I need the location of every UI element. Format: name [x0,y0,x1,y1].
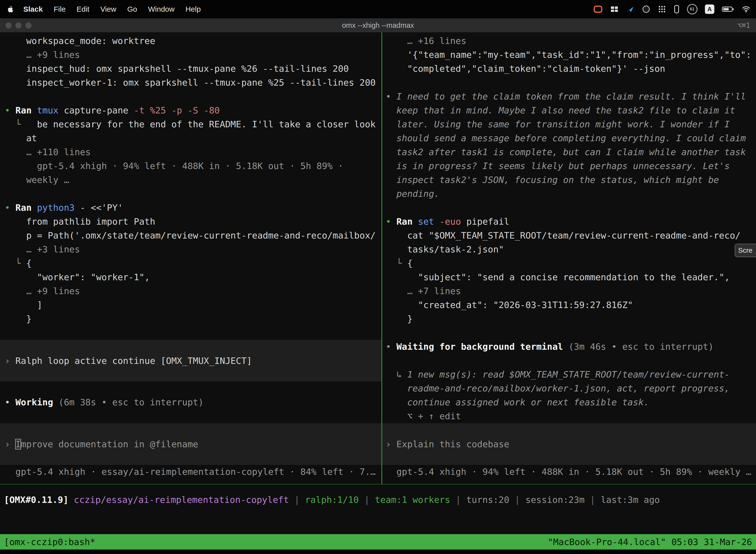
zoom-button[interactable] [25,22,32,29]
terminal-line: … +110 lines [0,145,381,159]
terminal-line: inspect_hud: omx sparkshell --tmux-pane … [0,62,381,76]
terminal-line: "completed","claim_token":"claim-token"}… [382,62,756,76]
terminal-line: • Ran set -euo pipefail [382,215,756,229]
terminal-line: └ { [0,257,381,270]
terminal-line: continue assigned work or next feasible … [382,395,756,409]
terminal-line: workspace_mode: worktree [0,34,381,48]
terminal-line: [OMX#0.11.9] cczip/essay/ai-reimplementa… [0,493,756,507]
wifi-icon[interactable] [742,6,751,13]
terminal-line: ↳ 1 new msg(s): read $OMX_TEAM_STATE_ROO… [382,368,756,382]
window-title: omx --xhigh --madmax [342,21,414,30]
window-shortcut: ⌥⌘1 [737,21,750,30]
terminal-line: … +9 lines [0,284,381,298]
terminal-blank-line [0,90,381,104]
menu-item-edit[interactable]: Edit [71,5,95,13]
tmux-host-clock-label: "MacBook-Pro-44.local" 05:03 31-Mar-26 [548,537,752,547]
terminal-blank-line [382,201,756,215]
close-button[interactable] [5,22,12,29]
battery-icon[interactable] [722,6,734,12]
terminal-blank-line [0,187,381,201]
terminal-line: gpt-5.4 xhigh · 94% left · 488K in · 5.1… [382,465,756,479]
terminal-blank-line [382,354,756,368]
terminal-line: └ be necessary for the end of the README… [0,117,381,131]
terminal-line: "created_at": "2026-03-31T11:59:27.816Z" [382,298,756,312]
terminal-blank-line [382,326,756,340]
menu-item-view[interactable]: View [95,5,122,13]
terminal-line: cat "$OMX_TEAM_STATE_ROOT/team/review-cu… [382,229,756,242]
window-controls [0,22,32,29]
terminal-line: inspect_worker-1: omx sparkshell --tmux-… [0,76,381,90]
terminal-line: '{"team_name":"my-team","task_id":"1","f… [382,48,756,62]
apple-icon [7,5,14,13]
menu-item-help[interactable]: Help [180,5,206,13]
menu-item-window[interactable]: Window [143,5,180,13]
terminal-line: • Working (6m 38s • esc to interrupt) [0,395,381,409]
terminal-line: • Ran tmux capture-pane -t %25 -p -S -80 [0,104,381,117]
terminal-blank-line [0,326,381,340]
terminal-line: tasks/task-2.json" [382,242,756,257]
tmux-status-bar: [omx-cczip0:bash* "MacBook-Pro-44.local"… [0,534,756,550]
terminal-line: p = Path('.omx/state/team/review-current… [0,229,381,242]
terminal-line: is in progress? It seems likely but perh… [382,159,756,173]
omx-status-line: [OMX#0.11.9] cczip/essay/ai-reimplementa… [0,493,756,507]
menu-app-name[interactable]: Slack [18,5,48,13]
prompt-band[interactable]: › Explain this codebase [382,423,756,465]
blue-app-icon[interactable] [626,5,634,13]
terminal-blank-line [0,382,381,395]
terminal-line: • Waiting for background terminal (3m 46… [382,340,756,354]
battery-percent-icon[interactable]: 61 [687,4,697,14]
pane-bottom-border [0,484,756,485]
window-title-bar[interactable]: omx --xhigh --madmax ⌥⌘1 [0,18,756,32]
terminal-line: … +3 lines [0,242,381,257]
terminal-line: keep that in mind. Maybe I also need the… [382,104,756,117]
prompt-band[interactable]: › Ralph loop active continue [OMX_TMUX_I… [0,340,381,382]
terminal-line: at [0,131,381,145]
input-source-icon[interactable]: A [705,4,714,14]
window-grid-icon[interactable] [610,5,619,13]
terminal-line: } [382,312,756,326]
terminal-line: └ { [382,257,756,270]
terminal-line: later. Using the same for transition mig… [382,117,756,131]
terminal-line: weekly … [0,173,381,187]
menu-bar-status-icons: 61 A [593,4,756,14]
terminal-line: gpt-5.4 xhigh · 94% left · 488K in · 5.1… [0,159,381,173]
apple-menu[interactable] [7,5,14,13]
screen-record-stop-icon[interactable] [593,5,603,13]
terminal-line: … +16 lines [382,34,756,48]
terminal-line: from pathlib import Path [0,215,381,229]
terminal-line: pending. [382,187,756,201]
tmux-pane-left[interactable]: workspace_mode: worktree … +9 lines insp… [0,34,381,479]
terminal-line: task2 after task1 is complete, but can I… [382,145,756,159]
terminal-line: "subject": "send a concise recommendatio… [382,270,756,284]
terminal-blank-line [382,76,756,90]
terminal-line: … +9 lines [0,48,381,62]
terminal-line: gpt-5.4 xhigh · essay/ai-reimplementatio… [0,465,381,479]
terminal-line: ⌥ + ↑ edit [382,409,756,423]
tmux-session-label[interactable]: [omx-cczip0:bash* [4,537,95,547]
terminal-line: • I need to get the claim token from the… [382,90,756,104]
screen-share-overlay-label: Scre [738,246,753,255]
terminal-line: } [0,312,381,326]
device-icon[interactable] [674,5,680,14]
macos-menu-bar: Slack File Edit View Go Window Help 61 A [0,0,756,18]
dots-grid-icon[interactable] [658,5,666,13]
terminal-line: • Ran python3 - <<'PY' [0,201,381,215]
tmux-pane-right[interactable]: … +16 lines '{"team_name":"my-team","tas… [382,34,756,479]
menu-item-go[interactable]: Go [122,5,143,13]
screen-share-overlay[interactable]: Scre [735,244,756,257]
dark-app-icon[interactable] [642,5,650,13]
terminal-line: should send a message before completing … [382,131,756,145]
terminal-line: inspect task2's JSON, focusing on the st… [382,173,756,187]
terminal-line: ] [0,298,381,312]
minimize-button[interactable] [15,22,21,29]
terminal-line: … +7 lines [382,284,756,298]
menu-item-file[interactable]: File [48,5,71,13]
prompt-band[interactable]: › Improve documentation in @filename [0,423,381,465]
terminal-blank-line [0,409,381,423]
terminal-line: "worker": "worker-1", [0,270,381,284]
terminal[interactable]: workspace_mode: worktree … +9 lines insp… [0,32,756,534]
terminal-line: readme-and-reco/mailbox/worker-1.json, a… [382,382,756,395]
